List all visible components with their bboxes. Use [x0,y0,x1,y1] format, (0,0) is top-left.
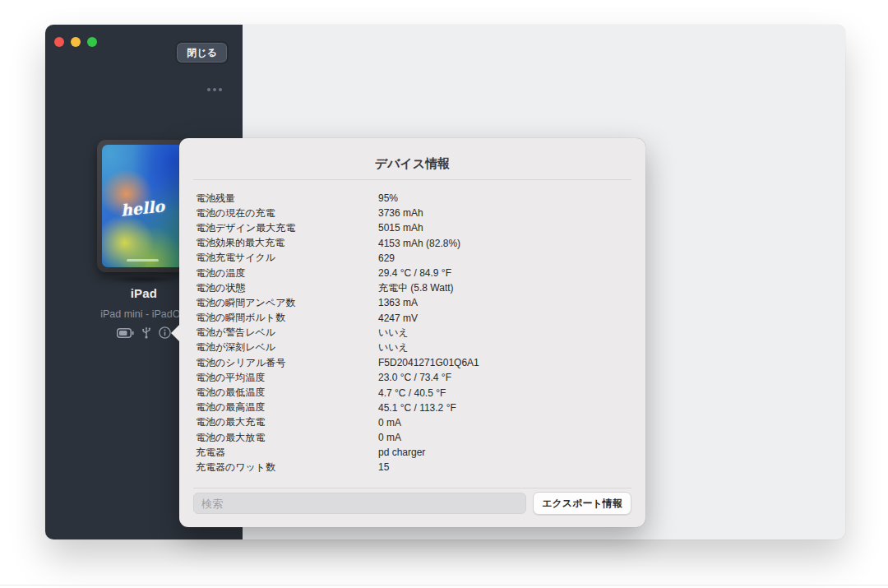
row-label: 電池の最高温度 [196,400,378,414]
table-row: 電池の最高温度45.1 °C / 113.2 °F [196,400,631,415]
minimize-window-button[interactable] [71,37,81,47]
battery-icon [117,328,134,338]
row-label: 電池のシリアル番号 [196,356,378,370]
row-value: 0 mA [378,417,631,428]
row-value: 4.7 °C / 40.5 °F [378,387,631,399]
row-value: 45.1 °C / 113.2 °F [378,402,631,414]
device-image-shadow [93,274,192,285]
row-label: 電池の最低温度 [196,386,378,400]
row-label: 電池が深刻レベル [196,340,378,354]
device-wallpaper: hello [102,145,183,267]
row-value: 15 [378,461,631,473]
table-row: 電池効果的最大充電4153 mAh (82.8%) [196,236,631,251]
device-info-table: 電池残量95%電池の現在の充電3736 mAh電池デザイン最大充電5015 mA… [196,191,631,475]
row-value: 29.4 °C / 84.9 °F [378,267,631,279]
row-value: 充電中 (5.8 Watt) [378,281,631,295]
close-window-button[interactable] [54,37,64,47]
table-row: 電池の状態充電中 (5.8 Watt) [196,280,631,295]
table-row: 電池充電サイクル629 [196,251,631,266]
table-row: 電池の最低温度4.7 °C / 40.5 °F [196,385,631,400]
table-row: 電池残量95% [196,191,631,206]
table-row: 電池の現在の充電3736 mAh [196,206,631,220]
row-value: pd charger [378,447,631,458]
row-label: 電池の温度 [196,266,378,280]
row-value: 4247 mV [378,313,631,324]
row-label: 充電器のワット数 [196,461,378,475]
row-value: F5D2041271G01Q6A1 [378,357,631,368]
row-label: 電池デザイン最大充電 [196,221,378,235]
page-bottom-divider [0,585,888,586]
screen: 閉じる hello iPad iPad mini - iPadOS [0,0,888,588]
row-value: 4153 mAh (82.8%) [378,238,631,249]
more-options-icon[interactable] [207,88,222,91]
row-label: 電池残量 [196,192,378,206]
table-row: 充電器のワット数15 [196,460,631,475]
row-value: 95% [378,192,631,204]
zoom-window-button[interactable] [87,37,97,47]
info-icon[interactable] [159,326,171,339]
row-value: 5015 mAh [378,222,631,234]
device-info-popover: デバイス情報 電池残量95%電池の現在の充電3736 mAh電池デザイン最大充電… [179,138,645,527]
table-row: 電池のシリアル番号F5D2041271G01Q6A1 [196,355,631,370]
table-row: 電池の瞬間アンペア数1363 mA [196,295,631,310]
row-label: 電池の瞬間ボルト数 [196,311,378,325]
row-value: 23.0 °C / 73.4 °F [378,372,631,383]
popover-arrow [171,325,179,341]
row-label: 電池充電サイクル [196,251,378,265]
divider [193,488,631,488]
row-label: 電池の最大放電 [196,431,378,445]
popover-footer: エクスポート情報 [193,492,631,515]
row-value: 1363 mA [378,297,631,308]
row-value: 3736 mAh [378,207,631,219]
row-value: 0 mA [378,432,631,443]
usb-icon [141,326,151,339]
table-row: 電池の最大放電0 mA [196,430,631,445]
row-label: 電池の現在の充電 [196,206,378,220]
table-row: 電池が警告レベルいいえ [196,326,631,340]
row-label: 電池効果的最大充電 [196,236,378,250]
row-label: 電池の最大充電 [196,415,378,429]
row-value: いいえ [378,340,631,354]
device-image: hello [97,140,188,272]
wallpaper-hello-text: hello [102,194,183,220]
row-value: いいえ [378,326,631,340]
wallpaper-setup-text [127,259,160,262]
row-label: 電池が警告レベル [196,326,378,340]
table-row: 電池の平均温度23.0 °C / 73.4 °F [196,370,631,385]
row-label: 電池の状態 [196,281,378,295]
divider [193,179,631,180]
window-controls [54,37,97,47]
close-button[interactable]: 閉じる [175,41,229,64]
table-row: 充電器pd charger [196,445,631,460]
row-label: 充電器 [196,446,378,460]
table-row: 電池デザイン最大充電5015 mAh [196,220,631,235]
row-value: 629 [378,252,631,264]
table-row: 電池が深刻レベルいいえ [196,340,631,355]
table-row: 電池の温度29.4 °C / 84.9 °F [196,266,631,280]
popover-title: デバイス情報 [179,156,645,172]
row-label: 電池の平均温度 [196,371,378,385]
table-row: 電池の最大充電0 mA [196,415,631,430]
export-button[interactable]: エクスポート情報 [533,492,631,515]
search-input[interactable] [193,493,526,514]
row-label: 電池の瞬間アンペア数 [196,296,378,310]
table-row: 電池の瞬間ボルト数4247 mV [196,311,631,326]
